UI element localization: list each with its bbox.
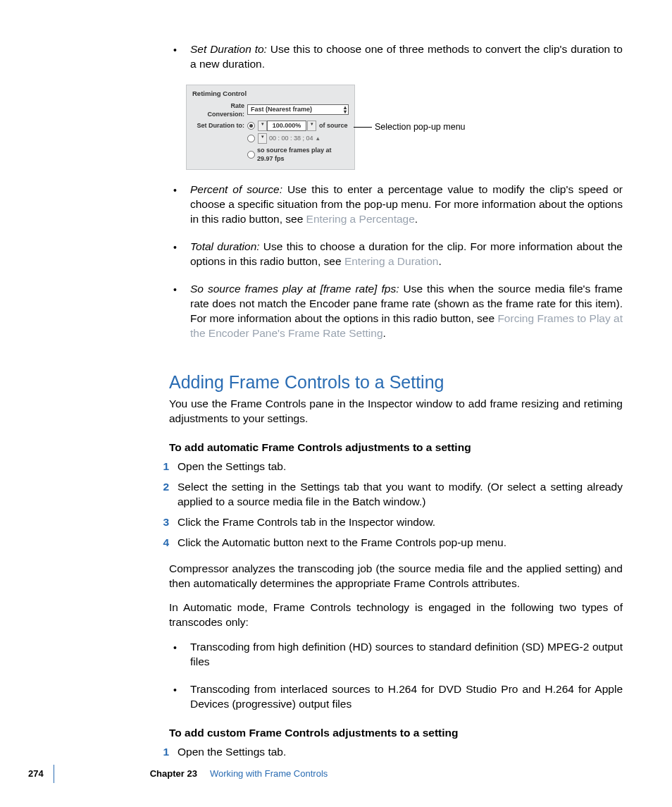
term-percent: Percent of source: xyxy=(190,183,282,195)
percent-field[interactable]: 100.000% xyxy=(267,121,306,131)
step-num-2: 2 xyxy=(156,480,178,510)
of-source-label: of source xyxy=(319,121,348,130)
step-num-3: 3 xyxy=(156,515,178,530)
step2-num-1: 1 xyxy=(156,745,178,760)
bullet-dot: • xyxy=(169,42,190,72)
bullet-dot: • xyxy=(169,240,190,269)
term-total: Total duration: xyxy=(190,240,260,252)
page-footer: 274 Chapter 23 Working with Frame Contro… xyxy=(28,765,328,783)
rate-conversion-dropdown[interactable]: Fast (Nearest frame) ▴▾ xyxy=(247,104,349,115)
retiming-panel: Retiming Control Rate Conversion: Fast (… xyxy=(186,85,355,170)
bullet-fps: So source frames play at [frame rate] fp… xyxy=(190,282,623,341)
footer-divider xyxy=(54,765,54,783)
bullet-total: Total duration: Use this to choose a dur… xyxy=(190,240,623,269)
term-set-duration: Set Duration to: xyxy=(190,43,267,55)
stepper-tc-icon[interactable]: ▾ xyxy=(258,133,267,144)
rate-label: Rate Conversion: xyxy=(192,101,247,118)
heading-adding-frame-controls: Adding Frame Controls to a Setting xyxy=(169,371,623,395)
tc-suffix-icon: ▴ xyxy=(316,134,320,142)
dur-label: Set Duration to: xyxy=(192,121,247,130)
text-fps-b: . xyxy=(383,327,386,339)
stepper-menu-icon[interactable]: ▾ xyxy=(307,121,316,131)
timecode-value: 00 : 00 : 38 ; 04 xyxy=(269,134,313,142)
step-num-4: 4 xyxy=(156,536,178,550)
bullet-percent: Percent of source: Use this to enter a p… xyxy=(190,183,623,227)
link-total[interactable]: Entering a Duration xyxy=(344,255,439,267)
step-3: Click the Frame Controls tab in the Insp… xyxy=(178,515,623,530)
para-compressor: Compressor analyzes the transcoding job … xyxy=(169,562,623,591)
step-1: Open the Settings tab. xyxy=(178,460,623,474)
bullet-dot: • xyxy=(169,640,190,670)
stepper-down-icon[interactable]: ▾ xyxy=(258,121,267,131)
bullet-dot: • xyxy=(169,282,190,341)
step-2: Select the setting in the Settings tab t… xyxy=(178,480,623,510)
chapter-title: Working with Frame Controls xyxy=(210,768,328,780)
step-4: Click the Automatic button next to the F… xyxy=(178,536,623,550)
sub-auto: To add automatic Frame Controls adjustme… xyxy=(169,441,623,455)
fps-line: so source frames play at 29.97 fps xyxy=(257,146,349,163)
chapter-label: Chapter 23 xyxy=(150,768,197,780)
bullet-set-duration: Set Duration to: Use this to choose one … xyxy=(190,42,623,72)
step2-1: Open the Settings tab. xyxy=(178,745,623,760)
callout-line xyxy=(354,127,372,128)
page-number: 274 xyxy=(28,768,44,780)
sub-custom: To add custom Frame Controls adjustments… xyxy=(169,726,623,741)
radio-timecode[interactable] xyxy=(247,135,255,142)
text-percent-b: . xyxy=(415,213,418,225)
intro-para: You use the Frame Controls pane in the I… xyxy=(169,397,623,426)
term-fps: So source frames play at [frame rate] fp… xyxy=(190,283,399,295)
bullet-interlaced: Transcoding from interlaced sources to H… xyxy=(190,682,623,712)
para-auto-mode: In Automatic mode, Frame Controls techno… xyxy=(169,600,623,630)
bullet-hd: Transcoding from high definition (HD) so… xyxy=(190,640,623,670)
radio-fps[interactable] xyxy=(247,151,255,159)
link-percent[interactable]: Entering a Percentage xyxy=(306,213,415,225)
bullet-dot: • xyxy=(169,682,190,712)
step-num-1: 1 xyxy=(156,460,178,474)
radio-percent[interactable] xyxy=(247,122,255,130)
panel-title: Retiming Control xyxy=(192,90,349,99)
chevron-updown-icon: ▴▾ xyxy=(344,106,347,114)
callout-text: Selection pop-up menu xyxy=(375,121,466,133)
rate-value: Fast (Nearest frame) xyxy=(251,106,312,113)
text-total-b: . xyxy=(438,255,441,267)
figure-retiming: Retiming Control Rate Conversion: Fast (… xyxy=(186,85,623,170)
bullet-dot: • xyxy=(169,183,190,227)
